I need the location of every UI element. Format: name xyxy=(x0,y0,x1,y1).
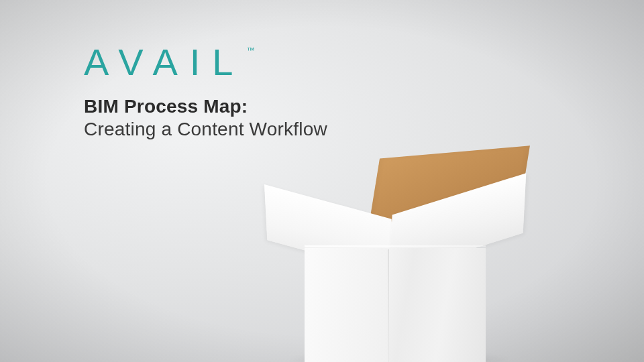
brand-logo: AVAIL™ xyxy=(84,40,245,84)
headline-bold: BIM Process Map: xyxy=(84,96,327,117)
open-box-illustration xyxy=(248,134,537,362)
box-rim-highlight xyxy=(305,245,486,247)
trademark-symbol: ™ xyxy=(246,46,254,55)
hero-text-block: AVAIL™ BIM Process Map: Creating a Conte… xyxy=(84,40,327,140)
box-corner-crease xyxy=(388,249,389,362)
box-body-left-face xyxy=(305,248,388,362)
headline-light: Creating a Content Workflow xyxy=(84,119,327,140)
logo-text: AVAIL xyxy=(84,41,245,83)
